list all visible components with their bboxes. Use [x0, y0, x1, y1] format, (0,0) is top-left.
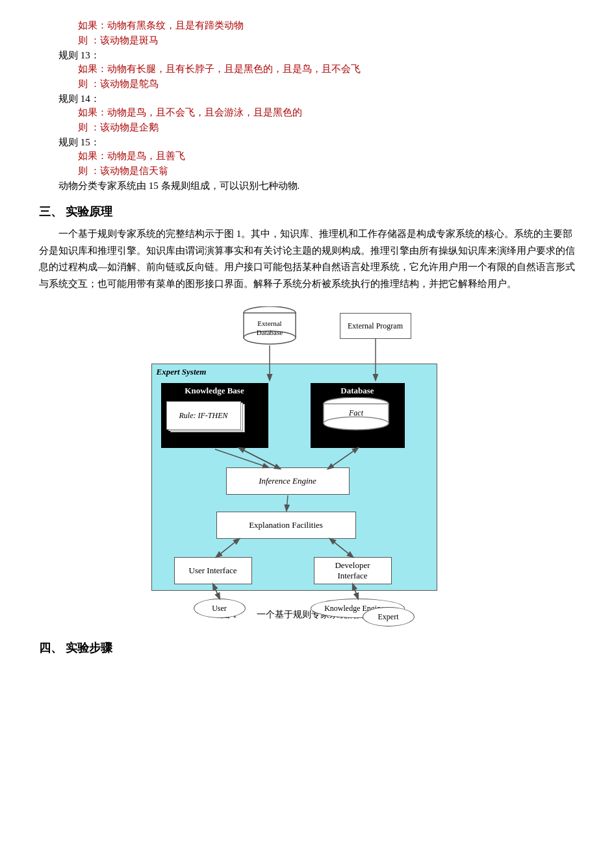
rule-14-title: 规则 14：: [58, 93, 575, 105]
kb-box: Knowledge Base Rule: IF-THEN: [161, 383, 268, 448]
section4-heading: 四、 实验步骤: [39, 640, 575, 656]
expert-system-diagram: External Database External Program Exper…: [138, 305, 476, 604]
ext-prog-label: External Program: [348, 321, 403, 331]
rule-13-if: 如果：动物有长腿，且有长脖子，且是黑色的，且是鸟，且不会飞: [78, 63, 575, 75]
explanation-label: Explanation Facilities: [249, 520, 323, 530]
expert-ellipse: Expert: [363, 607, 415, 626]
section3-para: 一个基于规则专家系统的完整结构示于图 1。其中，知识库、推理机和工作存储器是构成…: [39, 226, 575, 292]
external-database: External Database: [239, 306, 301, 349]
explanation-facilities-box: Explanation Facilities: [216, 512, 356, 539]
kb-label: Knowledge Base: [161, 386, 268, 396]
rule-15-if: 如果：动物是鸟，且善飞: [78, 150, 575, 162]
section3-heading: 三、 实验原理: [39, 204, 575, 219]
expert-system-label: Expert System: [157, 367, 207, 377]
svg-point-7: [324, 417, 389, 430]
external-program-box: External Program: [340, 313, 411, 339]
rule-15-title: 规则 15：: [58, 136, 575, 149]
rule-12-if: 如果：动物有黑条纹，且是有蹄类动物: [78, 19, 575, 32]
rule-15-then: 则 ：该动物是信天翁: [78, 165, 575, 177]
user-label: User: [212, 604, 227, 614]
rule-ifthen-label: Rule: IF-THEN: [166, 401, 241, 430]
db-label: Database: [311, 386, 405, 396]
user-interface-box: User Interface: [174, 557, 252, 584]
diagram-container: External Database External Program Exper…: [39, 305, 575, 621]
rule-12-then: 则 ：该动物是斑马: [78, 34, 575, 47]
developer-interface-box: Developer Interface: [314, 557, 392, 584]
svg-text:External: External: [257, 319, 281, 327]
svg-text:Fact: Fact: [348, 408, 364, 417]
user-ellipse: User: [194, 599, 246, 618]
rule-14-then: 则 ：该动物是企鹅: [78, 121, 575, 134]
rules-summary: 动物分类专家系统由 15 条规则组成，可以识别七种动物.: [58, 180, 575, 192]
dev-iface-label: Developer Interface: [335, 560, 370, 581]
svg-text:Database: Database: [256, 329, 282, 336]
user-iface-label: User Interface: [189, 565, 237, 576]
rule-14-if: 如果：动物是鸟，且不会飞，且会游泳，且是黑色的: [78, 106, 575, 119]
expert-label: Expert: [378, 612, 399, 622]
inference-engine-box: Inference Engine: [226, 467, 350, 495]
rule-13-then: 则 ：该动物是鸵鸟: [78, 78, 575, 90]
inference-label: Inference Engine: [259, 476, 316, 486]
db-box: Database Fact: [311, 383, 405, 448]
rule-13-title: 规则 13：: [58, 49, 575, 62]
